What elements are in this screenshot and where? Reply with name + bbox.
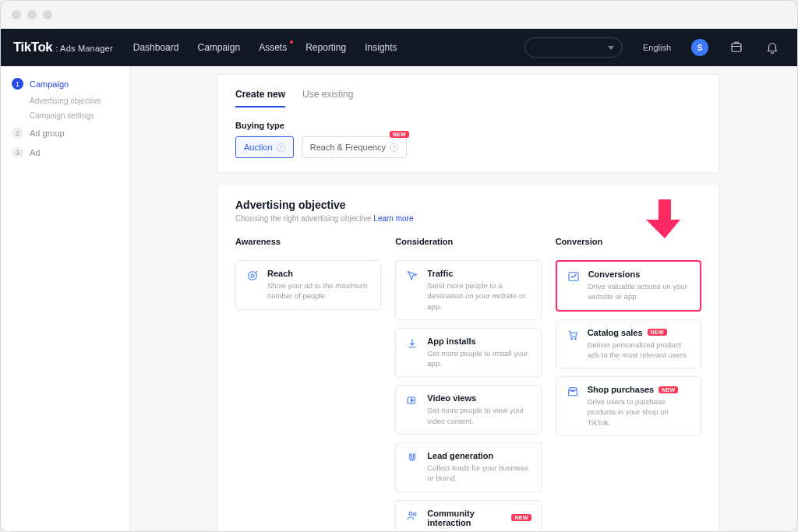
avatar[interactable]: S [691,39,708,56]
card-catalog-sales[interactable]: Catalog sales NEW Deliver personalized p… [556,319,701,369]
buying-reach-frequency[interactable]: Reach & Frequency ? NEW [302,136,407,158]
step-num-2: 2 [12,127,23,139]
download-icon [405,336,419,351]
magnet-icon [405,451,419,465]
buying-type-label: Buying type [235,121,701,130]
card-traffic[interactable]: Traffic Send more people to a destinatio… [395,260,541,320]
card-lead-generation[interactable]: Lead generation Collect leads for your b… [395,442,541,492]
learn-more-link[interactable]: Learn more [373,214,413,223]
brand: TikTok : Ads Manager [13,40,113,55]
step-num-1: 1 [12,78,23,90]
svg-point-2 [251,274,254,277]
nav-dashboard[interactable]: Dashboard [133,42,179,53]
cart-icon [566,328,580,342]
nav-reporting[interactable]: Reporting [305,42,346,53]
buying-type-row: Auction ? Reach & Frequency ? NEW [235,136,701,158]
inbox-icon[interactable] [729,40,744,55]
setup-tabs: Create new Use existing [235,89,701,108]
card-video-views[interactable]: Video views Get more people to view your… [395,385,541,435]
card-conversions[interactable]: Conversions Drive valuable actions on yo… [556,260,701,312]
card-community-interaction[interactable]: Community interaction NEW Get more page … [395,500,541,531]
card-title: Lead generation [427,451,531,460]
reach-icon [245,269,260,283]
col-header-awareness: Awareness [235,237,381,246]
nav-insights[interactable]: Insights [365,42,397,53]
mac-dot [12,10,21,19]
card-title: Community interaction NEW [427,509,531,527]
card-title: Shop purchases NEW [588,385,691,394]
sidebar: 1 Campaign Advertising objective Campaig… [1,66,130,531]
svg-point-8 [574,337,576,339]
card-title: Reach [267,269,371,278]
card-title-text: Shop purchases [588,385,655,394]
card-desc: Get more people to install your app. [427,348,531,369]
buying-reach-label: Reach & Frequency [310,143,386,152]
card-title: Video views [427,393,531,403]
buying-auction-label: Auction [244,143,273,152]
col-header-consideration: Consideration [395,237,541,246]
main: Create new Use existing Buying type Auct… [130,66,797,531]
sidebar-step-ad[interactable]: 3 Ad [1,143,129,162]
step-label: Ad [30,148,40,157]
chevron-down-icon [608,46,614,50]
account-selector[interactable] [524,37,623,58]
browser-frame: TikTok : Ads Manager Dashboard Campaign … [0,0,798,532]
objective-subtitle-text: Choosing the right advertising objective [235,214,373,223]
card-title-text: Community interaction [427,509,507,527]
panel-campaign-setup: Create new Use existing Buying type Auct… [217,74,719,173]
panel-advertising-objective: Advertising objective Choosing the right… [217,184,719,531]
objective-grid: Awareness Reach Show your ad to the maxi… [235,237,701,531]
step-label: Campaign [30,79,69,89]
card-title-text: Catalog sales [588,328,643,337]
card-title: Catalog sales NEW [588,328,691,337]
col-awareness: Awareness Reach Show your ad to the maxi… [235,237,381,531]
step-label: Ad group [30,129,65,138]
info-icon: ? [277,143,285,152]
brand-name: TikTok [13,40,52,55]
col-header-conversion: Conversion [556,237,701,246]
new-badge: NEW [511,514,531,521]
card-desc: Drive users to purchase products in your… [588,396,691,428]
objective-title: Advertising objective [235,199,701,211]
card-desc: Send more people to a destination on you… [427,280,531,312]
card-title: Traffic [427,269,531,278]
svg-point-1 [249,272,257,280]
workspace: 1 Campaign Advertising objective Campaig… [1,66,797,531]
nav-assets[interactable]: Assets [259,42,287,53]
card-title: App installs [427,336,531,346]
card-desc: Get more people to view your video conte… [427,405,531,426]
card-title: Conversions [588,270,690,279]
info-icon: ? [390,143,398,152]
topbar: TikTok : Ads Manager Dashboard Campaign … [1,29,797,66]
tab-create-new[interactable]: Create new [235,89,285,107]
card-desc: Get more page follows or profile visits. [427,530,531,531]
mac-dot [27,10,37,19]
bell-icon[interactable] [764,40,780,55]
top-nav: Dashboard Campaign Assets Reporting Insi… [133,42,397,53]
cursor-icon [405,269,419,283]
browser-chrome [1,1,797,29]
mac-dot [43,10,52,19]
card-reach[interactable]: Reach Show your ad to the maximum number… [235,260,381,310]
svg-point-4 [409,512,412,515]
sidebar-sub-advertising-objective[interactable]: Advertising objective [1,93,129,108]
col-conversion: Conversion Conversions Drive valuable ac… [556,237,701,531]
card-desc: Deliver personalized product ads to the … [588,340,691,361]
svg-point-7 [570,337,572,339]
svg-point-5 [414,513,416,515]
svg-rect-0 [732,44,741,52]
sidebar-step-adgroup[interactable]: 2 Ad group [1,123,129,143]
sidebar-step-campaign[interactable]: 1 Campaign [1,74,129,93]
card-shop-purchases[interactable]: Shop purchases NEW Drive users to purcha… [556,376,701,436]
nav-campaign[interactable]: Campaign [197,42,240,53]
card-app-installs[interactable]: App installs Get more people to install … [395,328,541,378]
shop-icon [566,385,580,399]
sidebar-sub-campaign-settings[interactable]: Campaign settings [1,108,129,123]
card-desc: Drive valuable actions on your website o… [588,281,690,302]
tab-use-existing[interactable]: Use existing [302,89,353,107]
col-consideration: Consideration Traffic Send more people t… [395,237,541,531]
play-icon [405,393,419,407]
language-label[interactable]: English [643,43,671,52]
buying-auction[interactable]: Auction ? [235,136,294,158]
new-badge: NEW [390,131,409,138]
